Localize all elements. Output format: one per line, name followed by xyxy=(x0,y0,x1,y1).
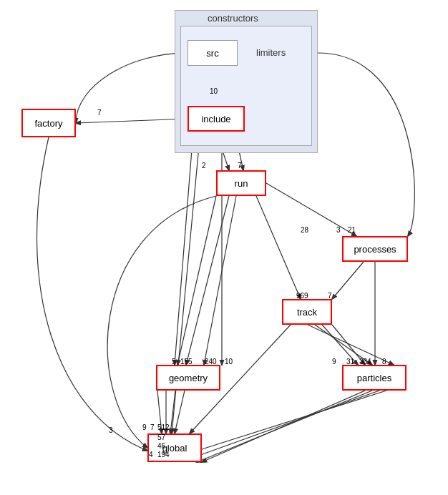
edge-label-194: 194 xyxy=(157,451,170,459)
svg-line-22 xyxy=(188,391,386,454)
limiters-label: limiters xyxy=(256,47,286,58)
edge-label-7c: 7 xyxy=(328,292,332,300)
svg-line-19 xyxy=(202,391,365,462)
edge-label-28: 28 xyxy=(301,226,308,234)
edge-label-334: 334 xyxy=(359,358,371,366)
edge-label-2: 2 xyxy=(202,162,206,170)
edge-label-9b: 9 xyxy=(142,423,147,431)
svg-line-24 xyxy=(175,132,193,365)
edge-label-969: 969 xyxy=(296,292,308,300)
geometry-node[interactable]: geometry xyxy=(156,365,220,391)
track-node[interactable]: track xyxy=(282,299,332,325)
edge-label-5: 5 xyxy=(172,358,176,366)
particles-node[interactable]: particles xyxy=(342,365,406,391)
svg-line-5 xyxy=(256,196,301,299)
global-node[interactable]: global xyxy=(147,433,202,462)
include-node[interactable]: include xyxy=(188,106,245,132)
svg-line-16 xyxy=(170,391,175,433)
edge-label-7d: 7 xyxy=(150,423,155,431)
factory-node[interactable]: factory xyxy=(21,109,76,137)
diagram: constructors src limiters include factor… xyxy=(0,0,448,495)
edge-label-155: 155 xyxy=(180,358,193,366)
edge-label-21: 21 xyxy=(348,226,356,234)
constructors-label: constructors xyxy=(208,13,258,24)
edge-label-4: 4 xyxy=(149,451,153,459)
svg-line-4 xyxy=(266,183,356,236)
edge-label-10: 10 xyxy=(210,87,218,95)
edge-label-240: 240 xyxy=(205,358,217,366)
svg-line-15 xyxy=(175,391,185,433)
src-node[interactable]: src xyxy=(188,40,238,66)
svg-line-7 xyxy=(186,196,229,365)
svg-line-21 xyxy=(193,391,379,458)
edge-label-8: 8 xyxy=(382,358,386,366)
processes-node[interactable]: processes xyxy=(342,236,408,262)
edge-label-3: 3 xyxy=(336,226,341,234)
edge-label-9: 9 xyxy=(332,358,336,366)
edge-label-46: 46 xyxy=(157,442,165,450)
svg-line-6 xyxy=(332,262,364,299)
edge-label-57: 57 xyxy=(157,433,165,441)
edge-label-10b: 10 xyxy=(225,358,233,366)
edge-label-3b: 3 xyxy=(109,426,113,434)
svg-line-20 xyxy=(197,391,372,462)
svg-line-8 xyxy=(177,196,216,365)
svg-line-3 xyxy=(76,119,188,123)
edge-label-31: 31 xyxy=(346,358,354,366)
edge-label-7b: 7 xyxy=(238,162,242,170)
run-node[interactable]: run xyxy=(216,170,266,196)
svg-line-9 xyxy=(204,196,236,365)
edge-label-7a: 7 xyxy=(97,109,102,117)
edge-label-512: 512 xyxy=(157,423,170,431)
